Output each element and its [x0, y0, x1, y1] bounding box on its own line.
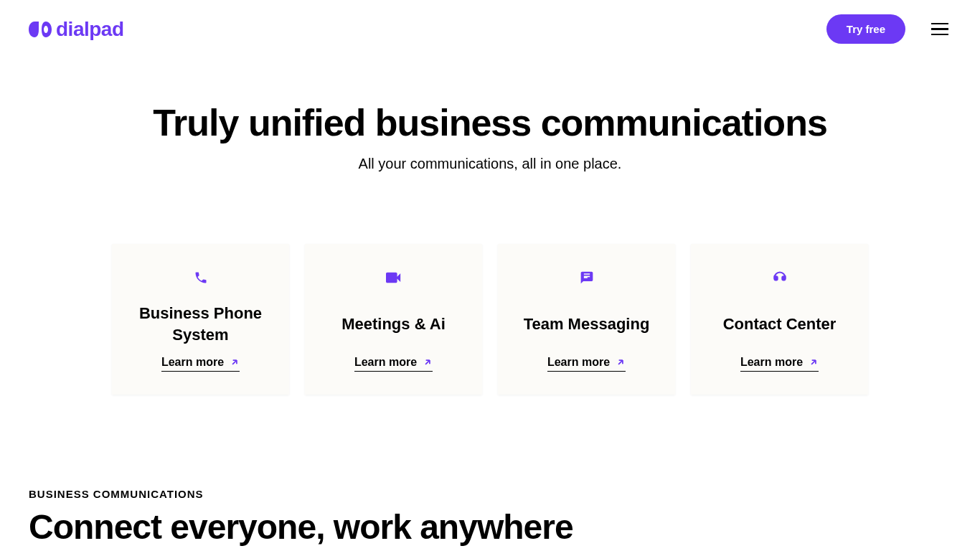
card-title: Contact Center: [723, 293, 837, 356]
video-icon: [386, 270, 402, 286]
section-eyebrow: BUSINESS COMMUNICATIONS: [29, 488, 951, 500]
logo[interactable]: dialpad: [29, 18, 124, 41]
card-team-messaging[interactable]: Team Messaging Learn more: [498, 244, 675, 395]
menu-button[interactable]: [928, 20, 951, 39]
card-business-phone[interactable]: Business Phone System Learn more: [112, 244, 289, 395]
card-contact-center[interactable]: Contact Center Learn more: [691, 244, 868, 395]
learn-more-link[interactable]: Learn more: [547, 356, 626, 372]
hero-section: Truly unified business communications Al…: [0, 58, 980, 187]
hamburger-icon: [931, 34, 948, 36]
dialpad-logo-icon: [29, 22, 52, 37]
learn-more-label: Learn more: [354, 356, 417, 369]
header-actions: Try free: [826, 14, 951, 44]
card-meetings-ai[interactable]: Meetings & Ai Learn more: [305, 244, 482, 395]
phone-icon: [194, 270, 208, 286]
arrow-icon: [809, 357, 819, 367]
learn-more-label: Learn more: [161, 356, 224, 369]
learn-more-label: Learn more: [740, 356, 803, 369]
page-header: dialpad Try free: [0, 0, 980, 58]
arrow-icon: [230, 357, 240, 367]
arrow-icon: [423, 357, 433, 367]
hero-subtitle: All your communications, all in one plac…: [29, 156, 951, 172]
card-title: Meetings & Ai: [341, 293, 446, 356]
headphones-icon: [773, 270, 787, 286]
business-comm-section: BUSINESS COMMUNICATIONS Connect everyone…: [0, 423, 980, 551]
learn-more-link[interactable]: Learn more: [354, 356, 433, 372]
hero-title: Truly unified business communications: [29, 101, 951, 144]
try-free-button[interactable]: Try free: [826, 14, 905, 44]
learn-more-label: Learn more: [547, 356, 610, 369]
card-title: Team Messaging: [524, 293, 650, 356]
logo-text: dialpad: [56, 18, 124, 41]
card-title: Business Phone System: [126, 293, 275, 356]
feature-cards: Business Phone System Learn more Meeting…: [0, 187, 980, 423]
learn-more-link[interactable]: Learn more: [161, 356, 240, 372]
chat-icon: [580, 270, 594, 286]
section-heading: Connect everyone, work anywhere: [29, 507, 951, 547]
hamburger-icon: [931, 23, 948, 25]
learn-more-link[interactable]: Learn more: [740, 356, 819, 372]
arrow-icon: [616, 357, 626, 367]
hamburger-icon: [931, 28, 948, 30]
